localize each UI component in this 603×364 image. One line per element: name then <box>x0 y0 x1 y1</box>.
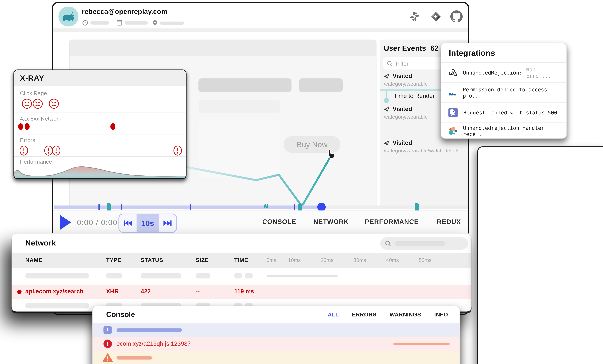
console-tab-warnings[interactable]: WARNINGS <box>390 311 421 318</box>
session-meta-duration <box>82 20 109 26</box>
network-error-dot <box>24 123 30 130</box>
location-pin-icon <box>152 20 158 26</box>
play-button[interactable] <box>60 215 71 230</box>
session-user-email: rebecca@openreplay.com <box>82 8 167 16</box>
user-events-count: 62 <box>430 44 439 52</box>
timeline-quote-marker[interactable] <box>264 204 268 208</box>
error-skeleton-bar <box>393 343 450 345</box>
console-tab-errors[interactable]: ERRORS <box>352 311 376 318</box>
ttr-connector-dot <box>384 98 389 103</box>
click-rage-markers <box>17 98 186 110</box>
xray-divider <box>14 156 186 157</box>
bugsnag-icon <box>448 88 457 97</box>
tick-40ms: 40ms <box>386 257 399 263</box>
event-path: /category/wearable <box>384 81 428 87</box>
timeline-played[interactable] <box>54 205 322 209</box>
playback-time: 0:00 / 0:00 <box>77 218 117 227</box>
event-time-to-render[interactable]: Time to Render <box>394 93 435 99</box>
col-name[interactable]: NAME <box>25 257 42 263</box>
integration-row-bugsnag[interactable]: Permission denied to access pro... <box>441 83 567 103</box>
request-type: XHR <box>106 288 119 295</box>
error-status-dot <box>17 290 22 294</box>
skip-control-group: 10s <box>118 214 177 233</box>
tab-network[interactable]: NETWORK <box>313 218 349 226</box>
mock-skeleton-bar <box>198 78 291 92</box>
jira-icon[interactable] <box>430 11 441 22</box>
console-tab-all[interactable]: ALL <box>328 311 339 318</box>
network-panel-title: Network <box>25 239 56 247</box>
tab-console[interactable]: CONSOLE <box>262 218 296 226</box>
user-events-title-text: User Events <box>384 44 426 52</box>
browser-icon <box>116 20 122 26</box>
network-search-input[interactable] <box>380 237 468 250</box>
tick-10ms: 10ms <box>288 257 301 263</box>
info-skeleton-bar <box>116 329 182 332</box>
mock-skeleton-bar <box>299 78 343 92</box>
console-row-warning[interactable] <box>93 351 460 364</box>
xray-panel: X-RAY Click Rage 4xx-5xx Network Errors … <box>13 69 186 179</box>
xray-title: X-RAY <box>14 70 186 86</box>
mock-skeleton-block <box>199 100 280 113</box>
performance-sparkline <box>14 163 186 179</box>
search-icon <box>385 241 391 247</box>
integration-row-elastic[interactable]: Unhandledrejection handler rece.. <box>441 122 567 139</box>
request-name: api.ecom.xyz/search <box>25 288 83 295</box>
warning-skeleton-bar <box>116 356 152 360</box>
event-visited[interactable]: Visited <box>384 140 412 146</box>
error-markers <box>16 145 186 156</box>
console-tabs: ALL ERRORS WARNINGS INFO <box>328 311 448 318</box>
event-path: /category/wearable <box>384 114 428 120</box>
timeline-event-tick[interactable] <box>98 204 100 210</box>
timeline-note-marker[interactable] <box>107 203 111 211</box>
event-visited[interactable]: Visited <box>384 73 412 79</box>
warning-icon <box>103 353 113 362</box>
timeline-event-tick[interactable] <box>121 204 122 210</box>
timeline-event-tick[interactable] <box>294 204 295 210</box>
col-size[interactable]: SIZE <box>196 257 209 263</box>
avatar <box>58 7 79 27</box>
event-visited[interactable]: Visited <box>384 106 412 112</box>
xray-divider <box>14 134 186 134</box>
elastic-icon <box>448 126 458 136</box>
timeline-note-marker[interactable] <box>298 203 302 211</box>
slack-icon[interactable] <box>409 11 420 22</box>
integration-error-label: UnhandledRejection: <box>463 69 522 76</box>
visited-icon <box>384 73 390 79</box>
tick-20ms: 20ms <box>321 257 334 263</box>
skip-forward-button[interactable] <box>159 214 176 232</box>
github-icon[interactable] <box>450 10 463 23</box>
console-row-error[interactable]: ! ecom.xyz/a213qh.js:123987 <box>93 337 460 351</box>
error-icon: ! <box>103 340 112 348</box>
integration-error-detail: Non-Error... <box>526 66 562 78</box>
mock-skeleton-image <box>199 120 280 178</box>
timeline-note-marker[interactable] <box>415 203 419 211</box>
request-size: -- <box>196 288 200 295</box>
skip-interval-label[interactable]: 10s <box>136 214 159 232</box>
col-time[interactable]: TIME <box>234 257 248 263</box>
integration-row-sentry[interactable]: UnhandledRejection: Non-Error... <box>441 63 567 83</box>
request-time: 119 ms <box>234 288 254 295</box>
timeline-event-tick[interactable] <box>190 204 191 210</box>
timeline-remaining[interactable] <box>322 205 469 209</box>
tab-performance[interactable]: PERFORMANCE <box>365 218 419 226</box>
console-row-info[interactable]: i <box>93 323 460 337</box>
tab-redux[interactable]: REDUX <box>437 218 461 226</box>
visited-icon <box>384 140 390 146</box>
col-type[interactable]: TYPE <box>106 257 121 263</box>
clock-icon <box>82 20 88 26</box>
skip-back-button[interactable] <box>119 214 136 232</box>
col-status[interactable]: STATUS <box>141 257 163 263</box>
network-error-dot <box>18 123 23 130</box>
mock-page-header <box>70 40 376 56</box>
integration-error-label: Request failed with status 500 <box>464 109 557 115</box>
integration-error-label: Permission denied to access pro... <box>463 86 562 99</box>
datadog-icon <box>448 107 458 117</box>
timeline-playhead[interactable] <box>317 203 326 211</box>
integration-error-label: Unhandledrejection handler rece.. <box>463 125 562 137</box>
skip-forward-icon <box>163 220 172 227</box>
event-path: /category/wearable/watch-details <box>384 148 459 154</box>
cursor-hand-icon <box>327 148 337 160</box>
integration-row-datadog[interactable]: Request failed with status 500 <box>441 103 567 123</box>
console-tab-info[interactable]: INFO <box>434 311 448 318</box>
network-row-error[interactable]: api.ecom.xyz/search XHR 422 -- 119 ms <box>12 285 471 299</box>
